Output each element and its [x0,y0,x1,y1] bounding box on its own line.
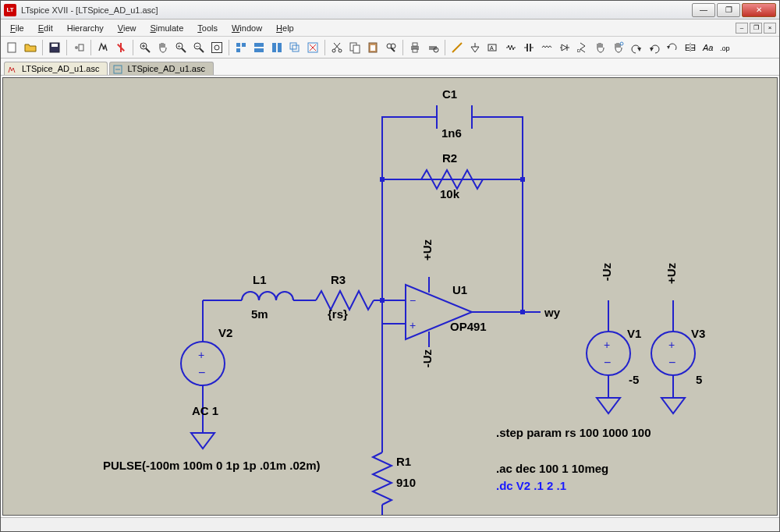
svg-point-33 [339,49,342,52]
u1-val[interactable]: OP491 [450,320,487,333]
menu-tools[interactable]: Tools [191,22,224,34]
r3-ref[interactable]: R3 [331,273,346,286]
halt-icon[interactable] [112,39,129,56]
tabbar: LTSpice_AD_u1.asc LTSpice_AD_u1.asc [1,59,779,76]
svg-rect-18 [212,42,222,52]
directive-pulse[interactable]: PULSE(-100m 100m 0 1p 1p .01m .02m) [103,459,320,472]
cut-icon[interactable] [328,39,346,56]
diode-icon[interactable] [556,39,573,56]
run-icon[interactable] [94,39,112,56]
r1-ref[interactable]: R1 [396,455,411,468]
control-panel-icon[interactable] [70,39,87,56]
v2-val[interactable]: AC 1 [192,404,218,417]
capacitor-icon[interactable] [520,39,537,56]
mdi-minimize-button[interactable]: – [736,23,748,34]
r2-ref[interactable]: R2 [442,151,457,165]
r2-val[interactable]: 10k [440,187,459,200]
resistor-icon[interactable] [502,39,519,56]
svg-marker-65 [667,46,670,49]
svg-text:−: − [604,356,611,369]
schematic-canvas[interactable]: − + + − + − + − [2,77,778,516]
label-net-icon[interactable]: A [484,39,502,56]
c1-ref[interactable]: C1 [442,87,457,101]
net-minus-uz-v1[interactable]: -Uz [600,263,613,281]
copy-icon[interactable] [346,39,363,56]
find-icon[interactable] [382,39,399,56]
menu-view[interactable]: View [112,22,143,34]
print-setup-icon[interactable] [424,39,441,56]
rotate-icon[interactable] [664,39,681,56]
draw-wire-icon[interactable] [448,39,466,56]
redo-icon[interactable] [646,39,663,56]
r3-val[interactable]: {rs} [328,307,348,321]
text-icon[interactable]: Aa [700,39,717,56]
svg-rect-91 [520,177,525,182]
mdi-restore-button[interactable]: ❐ [750,23,762,34]
save-icon[interactable] [46,39,63,56]
svg-line-35 [334,43,339,49]
directive-step[interactable]: .step param rs 100 1000 100 [496,426,651,439]
zoom-in-icon[interactable]: + [172,39,190,56]
zoom-fit-icon[interactable] [208,39,225,56]
undo-icon[interactable] [628,39,645,56]
spice-directive-icon[interactable]: .op [718,39,735,56]
v2-ref[interactable]: V2 [218,326,232,339]
titlebar[interactable]: LT LTspice XVII - [LTSpice_AD_u1.asc] ― … [1,1,779,20]
l1-ref[interactable]: L1 [253,273,267,286]
pan-icon[interactable] [154,39,172,56]
svg-text:−: − [668,356,675,369]
drag-icon[interactable] [610,39,627,56]
paste-icon[interactable] [364,39,381,56]
v1-ref[interactable]: V1 [627,327,641,340]
close-button[interactable]: ✕ [742,3,776,17]
menu-simulate[interactable]: Simulate [144,22,190,34]
svg-text:+: + [198,349,204,361]
zoom-out-icon[interactable]: – [190,39,207,56]
minimize-button[interactable]: ― [692,3,715,17]
menu-hierarchy[interactable]: Hierarchy [61,22,110,34]
autorange-icon[interactable] [232,39,250,56]
component-icon[interactable]: D [574,39,591,56]
tab-schematic-0[interactable]: LTSpice_AD_u1.asc [4,62,108,75]
zoom-area-icon[interactable] [136,39,154,56]
statusbar [1,517,779,531]
schematic-svg: − + + − + − + − [3,78,777,515]
inductor-icon[interactable] [538,39,555,56]
menu-window[interactable]: Window [225,22,268,34]
v3-ref[interactable]: V3 [691,327,705,340]
l1-val[interactable]: 5m [251,307,268,321]
v3-val[interactable]: 5 [696,373,702,386]
net-plus-uz-v3[interactable]: +Uz [665,263,678,284]
new-schematic-icon[interactable] [4,39,21,56]
v1-val[interactable]: -5 [629,373,639,386]
svg-rect-27 [290,43,296,49]
ground-icon[interactable] [466,39,484,56]
net-plus-uz-u1[interactable]: +Uz [420,239,434,261]
svg-rect-45 [413,49,417,52]
schematic-tab-icon [113,65,122,74]
menu-file[interactable]: File [4,22,30,34]
mirror-icon[interactable]: EE [682,39,699,56]
tab-schematic-1[interactable]: LTSpice_AD_u1.asc [109,62,213,75]
cascade-icon[interactable] [286,39,303,56]
net-wy[interactable]: wy [544,306,560,319]
open-icon[interactable] [22,39,39,56]
tile-horiz-icon[interactable] [250,39,268,56]
net-minus-uz-u1[interactable]: -Uz [420,349,434,367]
r1-val[interactable]: 910 [396,476,416,489]
maximize-button[interactable]: ❐ [717,3,740,17]
svg-rect-90 [380,177,385,182]
svg-text:A: A [490,45,494,51]
directive-dc[interactable]: .dc V2 .1 2 .1 [496,479,566,492]
close-window-icon[interactable] [304,39,321,56]
menu-edit[interactable]: Edit [32,22,59,34]
directive-ac[interactable]: .ac dec 100 1 10meg [496,462,608,475]
u1-ref[interactable]: U1 [452,283,467,296]
print-icon[interactable] [406,39,424,56]
tile-vert-icon[interactable] [268,39,285,56]
svg-text:+: + [668,339,675,351]
mdi-close-button[interactable]: × [764,23,776,34]
c1-val[interactable]: 1n6 [441,126,462,140]
move-icon[interactable] [592,39,609,56]
menu-help[interactable]: Help [270,22,300,34]
